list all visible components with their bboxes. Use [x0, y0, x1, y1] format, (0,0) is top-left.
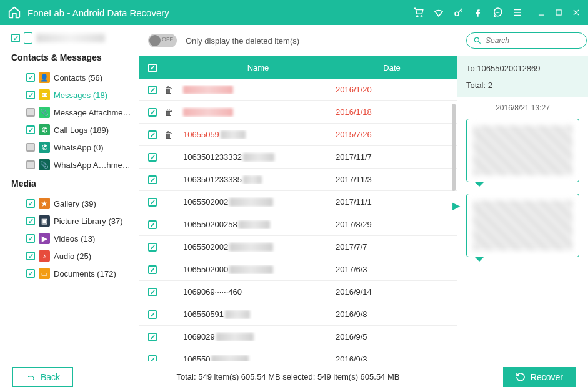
checkbox[interactable] [26, 160, 35, 169]
header-date[interactable]: Date [336, 63, 448, 72]
row-checkbox[interactable] [148, 153, 157, 162]
svg-rect-6 [556, 10, 561, 15]
menu-icon[interactable] [512, 7, 523, 18]
table-row[interactable]: 1065502002582017/8/29 [139, 213, 457, 236]
checkbox[interactable] [26, 143, 35, 152]
checkbox[interactable] [26, 125, 35, 134]
sidebar-item-whatsapp-attach[interactable]: 📎WhatsApp A…hments (0) [11, 156, 134, 174]
row-name [181, 107, 336, 117]
checkbox[interactable] [26, 234, 35, 243]
row-checkbox[interactable] [148, 310, 157, 319]
row-date: 2016/9/8 [336, 310, 448, 319]
table-row[interactable]: 1065502016/9/3 [139, 348, 457, 361]
back-button[interactable]: Back [12, 367, 73, 387]
row-checkbox[interactable] [148, 130, 157, 139]
trash-icon[interactable]: 🗑 [164, 85, 173, 95]
sidebar-item-label: Messages (18) [54, 91, 107, 100]
sidebar-item-msg-attach[interactable]: 📎Message Attachments (0) [11, 104, 134, 121]
table-row[interactable]: 🗑106550592015/7/26 [139, 124, 457, 146]
device-row[interactable] [11, 32, 134, 44]
home-icon[interactable] [7, 6, 21, 19]
checkbox[interactable] [26, 91, 35, 99]
sidebar-item-label: Message Attachments (0) [54, 108, 134, 117]
row-checkbox[interactable] [148, 175, 157, 184]
search-input[interactable] [486, 36, 580, 45]
group-title: Media [11, 179, 134, 189]
checkbox[interactable] [26, 252, 35, 260]
only-deleted-toggle[interactable]: OFF [148, 34, 177, 47]
toggle-state: OFF [162, 36, 173, 42]
table-row[interactable]: 10690292016/9/5 [139, 326, 457, 348]
select-all-checkbox[interactable] [148, 64, 157, 72]
total-label: Total: [466, 81, 486, 90]
close-icon[interactable] [572, 8, 581, 17]
sidebar-item-gallery[interactable]: ★Gallery (39) [11, 195, 134, 212]
row-name [181, 85, 336, 95]
table-row[interactable]: 10655020002017/6/3 [139, 258, 457, 281]
svg-point-0 [417, 16, 418, 17]
main-panel: OFF Only display the deleted item(s) Nam… [139, 25, 457, 361]
row-name: 1065502002 [181, 242, 336, 252]
minimize-icon[interactable] [537, 8, 546, 17]
sidebar-item-contacts[interactable]: 👤Contacts (56) [11, 69, 134, 86]
table-row[interactable]: 10655020022017/7/7 [139, 236, 457, 258]
row-checkbox[interactable] [148, 265, 157, 274]
row-date: 2017/11/7 [336, 152, 448, 162]
search-box[interactable] [466, 32, 587, 49]
sidebar-item-whatsapp[interactable]: ✆WhatsApp (0) [11, 139, 134, 156]
message-bubble[interactable] [466, 194, 579, 257]
maximize-icon[interactable] [554, 8, 563, 17]
sidebar-item-documents[interactable]: ▭Documents (172) [11, 265, 134, 282]
header-name[interactable]: Name [181, 63, 336, 72]
key-icon[interactable] [453, 7, 464, 18]
device-checkbox[interactable] [11, 34, 20, 42]
sidebar-item-audio[interactable]: ♪Audio (25) [11, 247, 134, 265]
facebook-icon[interactable] [473, 7, 483, 17]
row-checkbox[interactable] [148, 108, 157, 117]
footer: Back Total: 549 item(s) 605.54 MB select… [0, 361, 588, 392]
sidebar-item-call-logs[interactable]: ✆Call Logs (189) [11, 121, 134, 139]
table-body[interactable]: 🗑2016/1/20🗑2016/1/18🗑106550592015/7/2610… [139, 79, 457, 361]
table-row[interactable]: 1065505912016/9/8 [139, 303, 457, 326]
row-date: 2017/11/1 [336, 197, 448, 207]
svg-point-2 [455, 12, 459, 16]
cart-icon[interactable] [413, 7, 424, 18]
only-deleted-label: Only display the deleted item(s) [186, 36, 299, 46]
chat-icon[interactable] [492, 7, 503, 18]
checkbox[interactable] [26, 73, 35, 82]
table-row[interactable]: 1069069······4602016/9/14 [139, 281, 457, 303]
phone-icon [24, 32, 32, 44]
row-checkbox[interactable] [148, 220, 157, 229]
recover-label: Recover [531, 372, 563, 382]
device-name [36, 34, 105, 42]
table-row[interactable]: 🗑2016/1/20 [139, 79, 457, 101]
row-checkbox[interactable] [148, 333, 157, 341]
sidebar-item-videos[interactable]: ▶Videos (13) [11, 230, 134, 247]
row-checkbox[interactable] [148, 355, 157, 361]
row-checkbox[interactable] [148, 86, 157, 94]
checkbox[interactable] [26, 108, 35, 117]
expand-handle-icon[interactable]: ▶ [452, 200, 460, 212]
scrollbar[interactable] [452, 104, 456, 191]
gallery-icon: ★ [39, 198, 50, 209]
checkbox[interactable] [26, 199, 35, 208]
wifi-icon[interactable] [433, 7, 444, 18]
trash-icon[interactable]: 🗑 [164, 130, 173, 140]
message-bubble[interactable] [466, 119, 579, 182]
checkbox[interactable] [26, 269, 35, 278]
table-row[interactable]: 🗑2016/1/18 [139, 101, 457, 124]
row-date: 2016/9/14 [336, 287, 448, 296]
row-checkbox[interactable] [148, 198, 157, 207]
back-arrow-icon [26, 373, 36, 381]
table-row[interactable]: 10635012333352017/11/3 [139, 169, 457, 191]
row-checkbox[interactable] [148, 243, 157, 252]
recover-button[interactable]: Recover [503, 367, 576, 387]
message-preview: 2016/8/21 13:27 [457, 97, 588, 361]
row-checkbox[interactable] [148, 288, 157, 296]
sidebar-item-picture-library[interactable]: ▣Picture Library (37) [11, 212, 134, 230]
table-row[interactable]: 10635012333322017/11/7 [139, 146, 457, 169]
trash-icon[interactable]: 🗑 [164, 107, 173, 117]
table-row[interactable]: 10655020022017/11/1 [139, 191, 457, 213]
sidebar-item-messages[interactable]: ✉Messages (18) [11, 86, 134, 104]
checkbox[interactable] [26, 217, 35, 225]
